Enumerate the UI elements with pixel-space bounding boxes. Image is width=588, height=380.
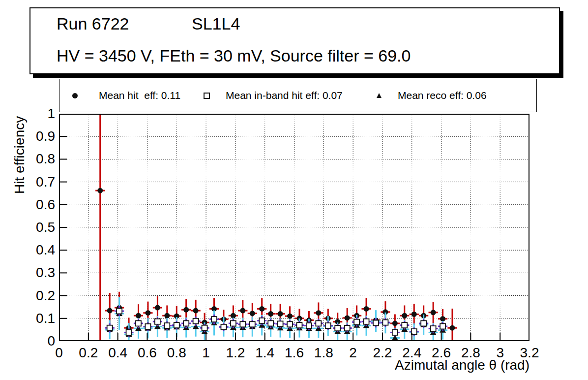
- y-tick-label-0.4: 0.4: [18, 242, 55, 258]
- data-point-mean-hit-eff: [402, 313, 407, 318]
- open-square-icon: [204, 93, 210, 99]
- data-point-mean-in-band-hit-eff: [268, 320, 273, 326]
- data-point-mean-hit-eff: [268, 311, 273, 317]
- data-point-mean-in-band-hit-eff: [202, 325, 207, 331]
- data-point-mean-hit-eff: [431, 310, 436, 315]
- data-point-mean-in-band-hit-eff: [431, 326, 436, 331]
- plot-area: [59, 114, 529, 341]
- chamber-label: SL1L4: [192, 14, 240, 33]
- data-point-mean-hit-eff: [259, 306, 265, 312]
- y-tick-label-0.6: 0.6: [18, 197, 55, 213]
- data-point-mean-in-band-hit-eff: [183, 320, 189, 326]
- data-point-mean-in-band-hit-eff: [250, 321, 255, 327]
- data-point-mean-in-band-hit-eff: [174, 322, 179, 328]
- data-point-mean-hit-eff: [345, 315, 350, 320]
- data-point-mean-hit-eff: [136, 313, 141, 318]
- data-point-mean-hit-eff: [193, 308, 199, 314]
- filled-circle-icon: [72, 93, 78, 98]
- data-point-mean-in-band-hit-eff: [421, 320, 426, 326]
- data-point-mean-hit-eff: [287, 314, 293, 319]
- data-point-mean-in-band-hit-eff: [136, 320, 141, 326]
- y-axis-title: Hit efficiency: [12, 116, 28, 194]
- conditions-label: HV = 3450 V, FEth = 30 mV, Source filter…: [57, 46, 411, 65]
- data-point-mean-in-band-hit-eff: [345, 325, 350, 331]
- data-point-mean-in-band-hit-eff: [306, 323, 312, 328]
- data-point-mean-in-band-hit-eff: [221, 324, 226, 330]
- legend-entry-in-band-hit-eff: Mean in-band hit eff: 0.07: [204, 79, 210, 112]
- legend-label-in-band-hit-eff: Mean in-band hit eff: 0.07: [226, 90, 343, 101]
- data-point-mean-hit-eff: [231, 313, 236, 318]
- data-point-mean-in-band-hit-eff: [193, 318, 199, 324]
- data-point-mean-hit-eff: [316, 310, 321, 316]
- y-tick-label-0.5: 0.5: [18, 220, 55, 235]
- legend-label-reco-eff: Mean reco eff: 0.06: [398, 90, 487, 101]
- data-point-mean-in-band-hit-eff: [440, 323, 445, 329]
- data-point-mean-in-band-hit-eff: [296, 322, 302, 328]
- y-tick-label-0.2: 0.2: [18, 288, 55, 304]
- data-point-mean-in-band-hit-eff: [240, 321, 245, 327]
- legend: Mean hit eff: 0.11 Mean in-band hit eff:…: [59, 79, 537, 112]
- data-point-mean-hit-eff: [250, 311, 255, 316]
- data-point-mean-in-band-hit-eff: [278, 321, 283, 326]
- data-point-mean-in-band-hit-eff: [126, 330, 132, 335]
- data-point-mean-in-band-hit-eff: [231, 320, 236, 326]
- data-point-mean-in-band-hit-eff: [316, 320, 321, 326]
- data-point-mean-hit-eff: [392, 320, 398, 326]
- data-point-mean-hit-eff: [364, 306, 369, 312]
- data-point-mean-hit-eff: [183, 307, 189, 313]
- data-point-mean-in-band-hit-eff: [155, 319, 160, 324]
- data-point-mean-in-band-hit-eff: [117, 309, 122, 314]
- title-box: Run 6722 SL1L4 HV = 3450 V, FEth = 30 mV…: [29, 7, 560, 74]
- legend-entry-reco-eff: Mean reco eff: 0.06: [377, 79, 382, 112]
- data-point-mean-in-band-hit-eff: [335, 325, 340, 331]
- data-point-mean-in-band-hit-eff: [211, 317, 217, 322]
- data-point-mean-in-band-hit-eff: [373, 320, 379, 326]
- data-point-mean-hit-eff: [164, 313, 170, 318]
- data-point-mean-in-band-hit-eff: [392, 330, 398, 335]
- data-point-mean-hit-eff: [145, 310, 150, 316]
- data-point-mean-hit-eff: [440, 316, 445, 321]
- data-point-mean-in-band-hit-eff: [354, 319, 359, 325]
- data-point-mean-in-band-hit-eff: [259, 318, 265, 323]
- data-point-mean-hit-eff: [278, 311, 283, 317]
- data-point-mean-in-band-hit-eff: [145, 324, 150, 329]
- data-point-mean-hit-eff: [97, 188, 103, 193]
- data-point-mean-in-band-hit-eff: [287, 321, 293, 327]
- data-point-mean-in-band-hit-eff: [107, 325, 113, 331]
- data-point-mean-in-band-hit-eff: [402, 322, 407, 328]
- data-point-mean-in-band-hit-eff: [325, 323, 331, 328]
- run-number-label: Run 6722: [57, 14, 129, 33]
- data-point-mean-in-band-hit-eff: [164, 323, 170, 328]
- y-tick-label-0.1: 0.1: [18, 311, 55, 326]
- legend-label-hit-eff: Mean hit eff: 0.11: [99, 90, 180, 101]
- data-point-mean-hit-eff: [412, 312, 417, 317]
- data-point-mean-in-band-hit-eff: [382, 320, 388, 325]
- data-point-mean-hit-eff: [107, 308, 113, 314]
- x-axis-title: Azimutal angle θ (rad): [308, 357, 529, 373]
- data-point-mean-hit-eff: [449, 325, 455, 331]
- filled-triangle-icon: [377, 93, 382, 98]
- y-tick-label-0.3: 0.3: [18, 265, 55, 281]
- data-point-mean-hit-eff: [155, 305, 160, 311]
- legend-entry-hit-eff: Mean hit eff: 0.11: [72, 79, 78, 112]
- data-point-mean-hit-eff: [240, 308, 245, 314]
- data-point-mean-in-band-hit-eff: [364, 319, 369, 324]
